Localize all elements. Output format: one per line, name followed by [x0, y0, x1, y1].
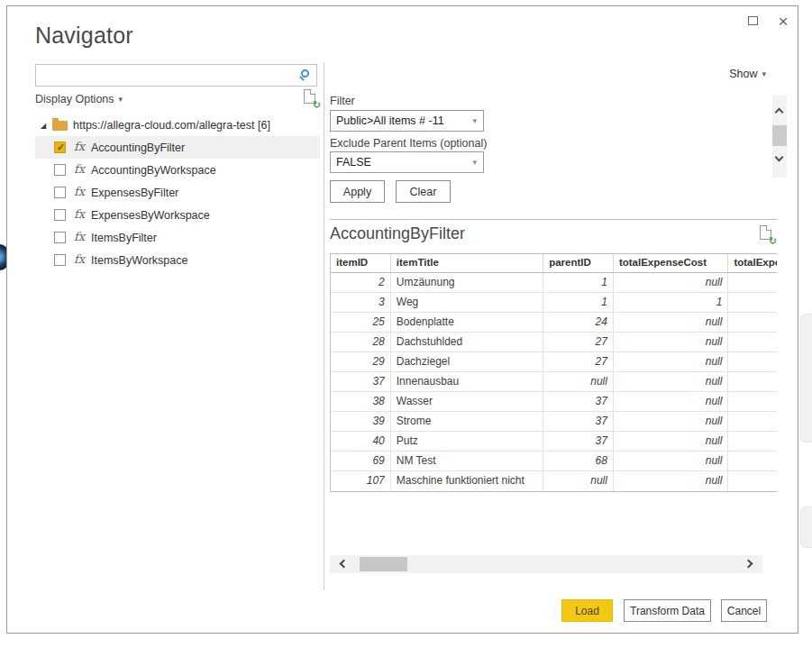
table-cell — [728, 392, 777, 411]
refresh-preview-button[interactable]: ↻ — [758, 225, 776, 243]
preview-table-viewport: itemIDitemTitleparentIDtotalExpenseCostt… — [330, 253, 777, 493]
table-row: 107Maschine funktioniert nichtnullnull — [331, 471, 777, 491]
search-input[interactable] — [40, 66, 292, 85]
table-row: 3Weg11 — [331, 293, 777, 313]
refresh-icon: ↻ — [313, 100, 321, 110]
function-icon: fx — [74, 185, 85, 198]
table-cell: 27 — [543, 333, 614, 351]
close-button[interactable]: × — [772, 11, 794, 31]
function-icon: fx — [74, 252, 85, 266]
background-panel-fragment — [800, 314, 812, 443]
tree-root-row[interactable]: ◢ https://allegra-cloud.com/allegra-test… — [35, 114, 320, 136]
horizontal-scrollbar[interactable] — [330, 555, 762, 573]
item-checkbox[interactable] — [54, 164, 66, 176]
preview-table: itemIDitemTitleparentIDtotalExpenseCostt… — [330, 253, 777, 492]
table-cell: 37 — [543, 412, 614, 431]
function-icon: fx — [74, 162, 85, 176]
table-cell: null — [614, 432, 729, 451]
search-icon[interactable] — [301, 69, 309, 78]
item-checkbox[interactable] — [54, 187, 66, 198]
preview-table-body: 2Umzäunung1null3Weg1125Bodenplatte24null… — [331, 273, 777, 491]
exclude-parent-select[interactable]: FALSE ▾ — [330, 151, 484, 173]
vertical-scroll-thumb[interactable] — [772, 125, 787, 146]
tree-item-label: ExpensesByFilter — [91, 187, 178, 199]
show-label: Show — [729, 68, 757, 80]
table-row: 37Innenausbaunullnull — [331, 372, 777, 392]
transform-data-button[interactable]: Transform Data — [624, 599, 711, 622]
table-cell: null — [543, 372, 614, 391]
filter-value: Public>All items # -11 — [336, 114, 444, 127]
column-header[interactable]: itemID — [331, 254, 391, 272]
table-cell — [728, 313, 777, 332]
tree-items: fx AccountingByFilter fx AccountingByWor… — [35, 136, 320, 271]
navigator-dialog: × Navigator Display Options▾ ↻ ◢ https:/… — [6, 5, 798, 634]
tree-item[interactable]: fx AccountingByWorkspace — [35, 159, 320, 181]
table-cell — [728, 372, 777, 391]
vertical-scrollbar[interactable] — [772, 96, 787, 178]
scroll-up-icon[interactable] — [775, 108, 784, 117]
screen: × Navigator Display Options▾ ↻ ◢ https:/… — [0, 0, 812, 648]
cancel-button[interactable]: Cancel — [721, 599, 767, 622]
scroll-right-icon[interactable] — [744, 560, 753, 569]
tree-item-label: ExpensesByWorkspace — [91, 209, 210, 222]
column-header[interactable]: itemTitle — [391, 254, 543, 272]
maximize-button[interactable] — [742, 11, 763, 31]
item-checkbox[interactable] — [54, 254, 66, 266]
table-cell: 28 — [331, 333, 391, 351]
function-icon: fx — [74, 207, 85, 221]
table-cell: null — [614, 412, 729, 431]
table-cell — [728, 273, 777, 292]
table-cell: 69 — [331, 452, 391, 470]
preview-title: AccountingByFilter — [330, 224, 465, 243]
table-cell: 40 — [331, 432, 391, 451]
table-cell — [728, 333, 777, 351]
table-cell: 39 — [331, 412, 391, 431]
apply-button[interactable]: Apply — [330, 180, 385, 203]
table-cell: 37 — [331, 372, 391, 391]
table-cell: 37 — [543, 392, 614, 411]
table-cell: Maschine funktioniert nicht — [391, 471, 543, 491]
exclude-parent-value: FALSE — [336, 156, 371, 169]
chevron-down-icon: ▾ — [762, 69, 766, 78]
load-button[interactable]: Load — [561, 599, 613, 622]
collapse-expander-icon[interactable]: ◢ — [41, 122, 46, 130]
function-icon: fx — [74, 230, 85, 243]
function-icon: fx — [74, 140, 85, 153]
table-row: 25Bodenplatte24null — [331, 313, 777, 333]
table-cell — [728, 412, 777, 431]
item-checkbox[interactable] — [54, 141, 66, 153]
chevron-down-icon: ▾ — [472, 116, 477, 125]
table-cell: null — [614, 372, 729, 391]
column-header[interactable]: totalExpenseCost — [614, 254, 729, 272]
preview-header-row: itemIDitemTitleparentIDtotalExpenseCostt… — [331, 254, 777, 273]
filter-select[interactable]: Public>All items # -11 ▾ — [330, 110, 484, 132]
tree-item-label: AccountingByWorkspace — [91, 164, 216, 177]
display-options-dropdown[interactable]: Display Options▾ — [35, 93, 123, 105]
tree-item[interactable]: fx ItemsByWorkspace — [35, 249, 320, 271]
table-cell: Strome — [391, 412, 543, 431]
tree-root-label: https://allegra-cloud.com/allegra-test [… — [73, 119, 270, 132]
table-cell: 107 — [331, 471, 391, 491]
item-checkbox[interactable] — [54, 232, 66, 243]
table-cell — [728, 352, 777, 371]
maximize-icon — [748, 16, 758, 25]
refresh-source-button[interactable]: ↻ — [302, 89, 320, 107]
tree-item[interactable]: fx ExpensesByFilter — [35, 181, 320, 204]
table-cell: null — [614, 452, 729, 470]
tree-item[interactable]: fx ItemsByFilter — [35, 226, 320, 249]
horizontal-scroll-thumb[interactable] — [360, 557, 407, 571]
table-row: 40Putz37null — [331, 432, 777, 452]
refresh-icon: ↻ — [769, 236, 777, 246]
scroll-down-icon[interactable] — [775, 153, 784, 162]
item-checkbox[interactable] — [54, 209, 66, 221]
show-dropdown[interactable]: Show▾ — [710, 68, 766, 80]
tree-item[interactable]: fx ExpensesByWorkspace — [35, 204, 320, 226]
tree-item[interactable]: fx AccountingByFilter — [35, 136, 320, 159]
column-header[interactable]: totalExpe — [728, 254, 777, 272]
panel-divider — [324, 62, 324, 590]
clear-button[interactable]: Clear — [396, 180, 451, 203]
table-cell: NM Test — [391, 452, 543, 470]
table-cell: Umzäunung — [391, 273, 543, 292]
column-header[interactable]: parentID — [543, 254, 614, 272]
scroll-left-icon[interactable] — [340, 560, 349, 569]
